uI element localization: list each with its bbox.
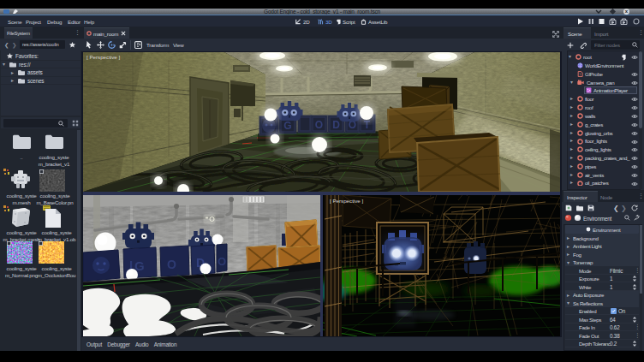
svg-text:O: O [218,255,226,268]
svg-text:[ Perspective ]: [ Perspective ] [86,54,120,60]
svg-text:O: O [167,258,176,271]
svg-text:D: D [332,119,340,131]
svg-text:O: O [315,119,323,131]
svg-text:[ Perspective ]: [ Perspective ] [330,198,363,204]
svg-text:G: G [283,120,291,132]
